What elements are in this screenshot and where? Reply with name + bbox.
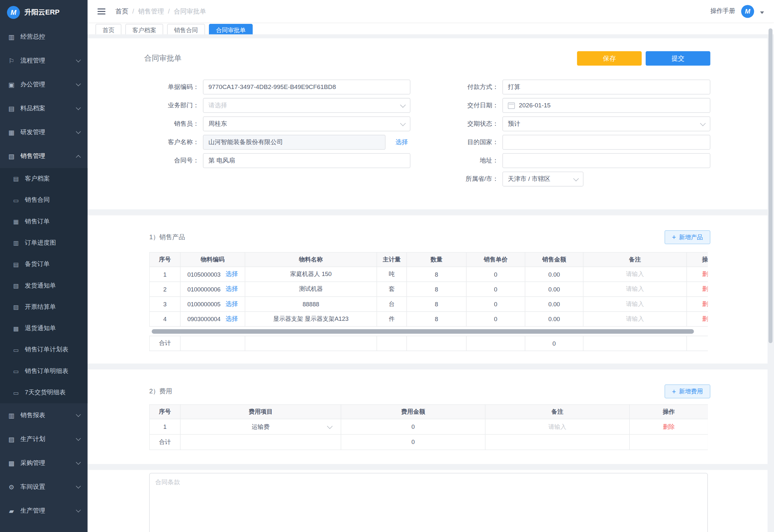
menu-toggle-icon[interactable] (97, 8, 105, 14)
col-header-fee-item: 费用项目 (180, 405, 341, 419)
product-qty[interactable]: 8 (407, 311, 466, 326)
fee-index: 1 (149, 419, 180, 434)
delete-product-link[interactable]: 删除 (702, 315, 708, 322)
sidebar-item-customer-archive[interactable]: ▤ 客户档案 (0, 168, 87, 189)
sidebar-item-label: 生产管理 (20, 507, 45, 515)
plus-icon: + (672, 388, 676, 395)
sales-submenu: ▤ 客户档案 ▭ 销售合同 ▦ 销售订单 ▥ 订单进度图 ▤ 备货订单 ▧ 发货… (0, 168, 87, 403)
product-price[interactable]: 0 (466, 297, 525, 311)
tab-contract-approval[interactable]: 合同审批单 (209, 24, 253, 34)
col-header-unit-price: 销售单价 (466, 252, 525, 267)
product-note-input[interactable]: 请输入 (583, 311, 687, 326)
department-select[interactable]: 请选择 (203, 98, 410, 113)
fees-section-title: 2）费用 (149, 387, 172, 396)
product-unit: 台 (377, 297, 407, 311)
sidebar-item-label: 采购管理 (20, 459, 45, 467)
sidebar-item-label: 办公管理 (20, 80, 45, 89)
delete-product-link[interactable]: 删除 (702, 271, 708, 278)
fee-item-select[interactable]: 运输费 (180, 419, 341, 434)
tab-home[interactable]: 首页 (95, 24, 121, 34)
address-input[interactable] (502, 153, 710, 168)
select-material-link[interactable]: 选择 (225, 270, 238, 279)
app-logo[interactable]: M 升阳云ERP (0, 0, 87, 25)
sidebar-item-shipping-notice[interactable]: ▧ 发货通知单 (0, 275, 87, 296)
report-icon: ▭ (12, 346, 20, 353)
flag-icon: ⚐ (7, 57, 15, 64)
sidebar-item-rnd-mgmt[interactable]: ▦ 研发管理 (0, 120, 87, 144)
delete-fee-link[interactable]: 删除 (663, 423, 675, 430)
sidebar-item-return-notice[interactable]: ▩ 退货通知单 (0, 318, 87, 339)
sidebar-item-label: 销售管理 (20, 152, 45, 160)
sidebar-item-purchasing-mgmt[interactable]: ▩ 采购管理 (0, 451, 87, 475)
product-qty[interactable]: 8 (407, 297, 466, 311)
product-unit: 吨 (377, 267, 407, 281)
select-material-link[interactable]: 选择 (225, 285, 238, 293)
manual-link[interactable]: 操作手册 (710, 7, 735, 15)
sidebar-item-sales-order-plan[interactable]: ▭ 销售订单计划表 (0, 339, 87, 360)
sidebar-item-sales-order[interactable]: ▦ 销售订单 (0, 211, 87, 232)
sidebar-item-sales-mgmt[interactable]: ▧ 销售管理 (0, 144, 87, 168)
user-menu-caret-icon[interactable] (760, 11, 764, 14)
horizontal-scrollbar-thumb[interactable] (152, 329, 694, 334)
sidebar-item-office-mgmt[interactable]: ▣ 办公管理 (0, 73, 87, 96)
sidebar-item-workshop-settings[interactable]: ⚙ 车间设置 (0, 475, 87, 499)
user-avatar[interactable]: M (741, 5, 754, 18)
dest-country-input[interactable] (502, 135, 710, 150)
product-price[interactable]: 0 (466, 267, 525, 281)
col-header-index: 序号 (149, 252, 180, 267)
sidebar-item-process-mgmt[interactable]: ⚐ 流程管理 (0, 49, 87, 73)
delete-product-link[interactable]: 删除 (702, 300, 708, 308)
sidebar-item-sales-contract[interactable]: ▭ 销售合同 (0, 190, 87, 211)
product-note-input[interactable]: 请输入 (583, 282, 687, 297)
delivery-date-input[interactable]: 2026-01-15 (502, 98, 710, 113)
sidebar-item-label: 生产计划 (20, 435, 45, 443)
doc-code-input[interactable] (203, 80, 410, 94)
sidebar-item-sales-order-detail[interactable]: ▭ 销售订单明细表 (0, 360, 87, 382)
sidebar-item-7day-delivery-detail[interactable]: ▭ 7天交货明细表 (0, 382, 87, 403)
product-note-input[interactable]: 请输入 (583, 297, 687, 311)
sidebar-item-label: 订单进度图 (25, 239, 56, 247)
add-product-button[interactable]: + 新增产品 (664, 230, 710, 244)
top-right-actions: 操作手册 M (710, 5, 764, 18)
breadcrumb-home[interactable]: 首页 (115, 7, 128, 16)
add-fee-button[interactable]: + 新增费用 (664, 384, 710, 398)
tab-sales-contract[interactable]: 销售合同 (167, 24, 205, 34)
select-material-link[interactable]: 选择 (225, 300, 238, 308)
breadcrumb-sales-mgmt[interactable]: 销售管理 (138, 7, 164, 16)
product-price[interactable]: 0 (466, 282, 525, 297)
salesperson-select[interactable]: 周桂东 (203, 116, 410, 131)
customer-input (203, 135, 385, 150)
sidebar-item-production-mgmt[interactable]: ▰ 生产管理 (0, 499, 87, 523)
fee-amount[interactable]: 0 (341, 419, 485, 434)
delete-product-link[interactable]: 删除 (702, 285, 708, 292)
sidebar-item-label: 备货订单 (25, 260, 50, 269)
product-price[interactable]: 0 (466, 311, 525, 326)
contract-no-input[interactable] (203, 153, 410, 168)
sidebar-item-sales-report[interactable]: ▥ 销售报表 (0, 403, 87, 427)
tab-customer-archive[interactable]: 客户档案 (125, 24, 163, 34)
submit-button[interactable]: 提交 (646, 51, 710, 66)
sidebar-item-label: 销售订单计划表 (25, 346, 68, 354)
product-qty[interactable]: 8 (407, 282, 466, 297)
sidebar-item-stock-order[interactable]: ▤ 备货订单 (0, 254, 87, 275)
save-button[interactable]: 保存 (577, 51, 642, 66)
sidebar-item-production-plan[interactable]: ▨ 生产计划 (0, 427, 87, 451)
fee-note-input[interactable]: 请输入 (485, 419, 630, 434)
select-material-link[interactable]: 选择 (225, 315, 238, 323)
product-note-input[interactable]: 请输入 (583, 267, 687, 281)
vertical-scrollbar-thumb[interactable] (769, 28, 772, 343)
sidebar-item-order-progress[interactable]: ▥ 订单进度图 (0, 232, 87, 253)
select-customer-link[interactable]: 选择 (395, 138, 408, 146)
payment-input[interactable] (502, 80, 710, 94)
sidebar-item-business-overview[interactable]: ▥ 经营总控 (0, 25, 87, 49)
sidebar-item-invoice-settlement[interactable]: ▨ 开票结算单 (0, 296, 87, 318)
province-city-select[interactable]: 天津市 / 市辖区 (502, 172, 583, 186)
fee-actions: 删除 (630, 419, 708, 434)
product-qty[interactable]: 8 (407, 267, 466, 281)
customer-label: 客户名称： (149, 138, 199, 146)
sidebar-item-material-archive[interactable]: ▤ 料品档案 (0, 96, 87, 120)
delivery-status-select[interactable]: 预计 (502, 116, 710, 131)
contract-terms-textarea[interactable] (149, 473, 708, 532)
address-label: 地址： (449, 156, 498, 165)
sidebar-item-label: 销售订单 (25, 217, 50, 226)
